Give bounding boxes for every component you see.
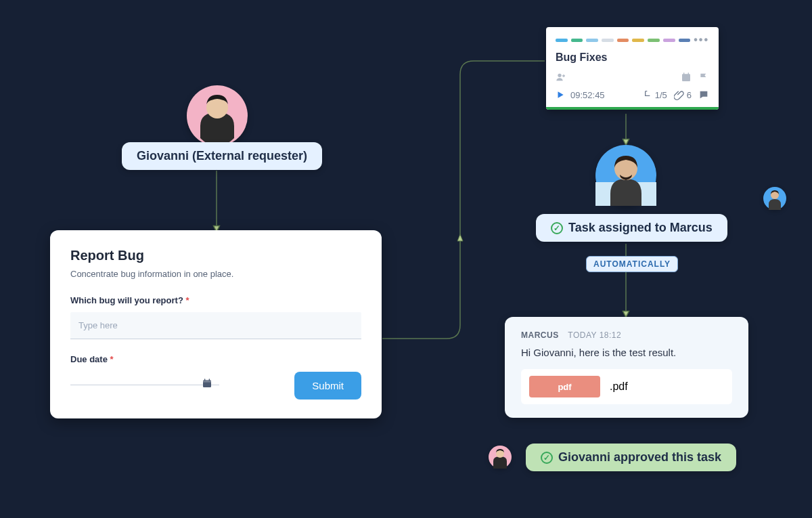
attachment-filename: .pdf <box>610 381 628 393</box>
person-icon <box>595 145 656 206</box>
avatar-giovanni <box>187 85 248 146</box>
subtasks-icon <box>642 89 653 100</box>
message-timestamp: TODAY 18:12 <box>568 330 621 340</box>
submit-button[interactable]: Submit <box>294 372 361 400</box>
calendar-icon[interactable] <box>681 72 692 83</box>
attachment-icon <box>674 89 685 100</box>
person-icon <box>489 446 512 469</box>
avatar-marcus <box>595 145 656 206</box>
calendar-icon <box>202 378 212 389</box>
subtasks-count: 1/5 <box>642 89 667 100</box>
question-2-label: Due date * <box>70 354 294 364</box>
svg-rect-10 <box>209 379 210 381</box>
svg-rect-8 <box>203 380 211 382</box>
message-header: MARCUS TODAY 18:12 <box>521 330 732 340</box>
person-icon <box>763 187 786 210</box>
attachments-count: 6 <box>674 89 692 100</box>
timer-value: 09:52:45 <box>570 90 605 100</box>
requester-label: Giovanni (External requester) <box>122 142 322 170</box>
svg-point-11 <box>558 74 561 77</box>
bug-description-input[interactable] <box>70 312 361 339</box>
more-icon[interactable]: ••• <box>694 34 709 46</box>
svg-rect-13 <box>683 72 684 74</box>
check-circle-icon <box>541 452 553 464</box>
avatar-giovanni-small <box>489 446 512 469</box>
message-card: MARCUS TODAY 18:12 Hi Giovanni, here is … <box>505 317 748 418</box>
progress-bar <box>546 107 719 110</box>
svg-rect-12 <box>682 74 690 81</box>
report-bug-form: Report Bug Concentrate bug information i… <box>50 230 382 418</box>
assigned-label: Task assigned to Marcus <box>536 214 727 242</box>
tag-row: ••• <box>556 34 709 46</box>
form-title: Report Bug <box>70 248 361 263</box>
message-author: MARCUS <box>521 330 559 340</box>
requester-name: Giovanni (External requester) <box>137 149 307 163</box>
person-icon <box>187 85 248 146</box>
add-assignee-icon[interactable] <box>556 72 566 83</box>
svg-rect-14 <box>688 72 689 74</box>
comment-icon[interactable] <box>698 89 709 100</box>
flag-icon[interactable] <box>698 72 709 83</box>
check-circle-icon <box>551 222 563 234</box>
due-date-input[interactable] <box>70 371 219 385</box>
svg-marker-1 <box>457 234 463 241</box>
attachment[interactable]: pdf .pdf <box>521 369 732 404</box>
avatar-marcus-small <box>763 187 786 210</box>
question-1-label: Which bug will you report? * <box>70 295 361 305</box>
assigned-text: Task assigned to Marcus <box>568 221 713 235</box>
approval-label: Giovanni approved this task <box>526 444 736 471</box>
svg-rect-9 <box>204 379 205 381</box>
form-subtitle: Concentrate bug information in one place… <box>70 269 361 279</box>
play-icon[interactable] <box>556 90 565 100</box>
approval-text: Giovanni approved this task <box>558 450 721 465</box>
task-title: Bug Fixes <box>556 51 709 64</box>
attachment-type-badge: pdf <box>529 376 600 397</box>
automatically-badge: AUTOMATICALLY <box>586 256 678 272</box>
task-card[interactable]: ••• Bug Fixes 09:52:45 1/5 6 <box>546 27 719 110</box>
message-body: Hi Giovanni, here is the test result. <box>521 347 732 358</box>
